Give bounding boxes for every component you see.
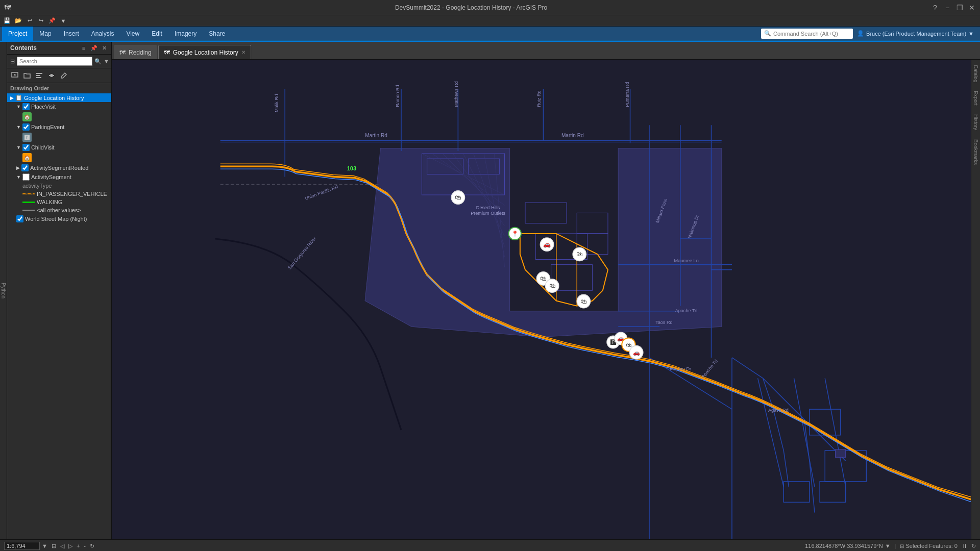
coordinates-text: 116.8214878°W 33.9341579°N [805,543,883,549]
coordinates-dropdown[interactable]: ▼ [885,543,891,549]
layer-label: Google Location History [24,95,84,101]
contents-close-btn[interactable]: ✕ [100,44,108,52]
tab-redding-icon: 🗺 [119,49,126,56]
nav-full-extent[interactable]: ⊟ [52,543,56,549]
svg-text:Apache Trl: Apache Trl [675,308,698,313]
layer-label: PlaceVisit [31,104,56,110]
layer-activitysegmentrouted[interactable]: ▶ ActivitySegmentRouted [7,163,111,172]
tab-google-location-history[interactable]: 🗺 Google Location History ✕ [158,45,251,59]
contents-pin-btn[interactable]: 📌 [90,44,98,52]
right-side-panel: Catalog Export History Bookmarks [971,60,980,539]
layer-expand-icon[interactable]: ▼ [16,124,21,130]
layer-activitysegment-check[interactable] [22,173,30,181]
contents-header: Contents ≡ 📌 ✕ [7,42,111,55]
tab-imagery[interactable]: Imagery [168,27,203,41]
layer-world-street-map-check[interactable] [16,215,23,222]
bookmarks-panel-btn[interactable]: Bookmarks [972,135,979,169]
scale-dropdown-icon[interactable]: ▼ [42,543,47,549]
layer-label: activityType [22,183,52,189]
contents-menu-btn[interactable]: ≡ [80,44,88,52]
search-input[interactable] [17,57,92,66]
search-icon: 🔍 [764,30,771,37]
catalog-panel-btn[interactable]: Catalog [972,61,979,86]
layer-expand-icon[interactable]: ▶ [16,165,20,170]
tab-view[interactable]: View [120,27,145,41]
nav-prev-extent[interactable]: ◁ [60,543,64,549]
ribbon-right: 🔍 👤 Bruce (Esri Product Management Team)… [761,29,978,39]
qa-save[interactable]: 💾 [2,16,12,26]
layer-expand-icon[interactable]: ▼ [16,145,21,150]
nav-zoom-in[interactable]: + [77,543,80,549]
add-folder-btn[interactable] [21,70,33,81]
properties-btn[interactable] [34,70,45,81]
symbology-btn[interactable] [46,70,57,81]
nav-next-extent[interactable]: ▷ [68,543,72,549]
tab-insert[interactable]: Insert [58,27,85,41]
layer-childvisit[interactable]: ▼ ChildVisit [7,143,111,152]
qa-pin[interactable]: 📌 [47,16,57,26]
selected-features-text: Selected Features: 0 [905,543,958,549]
layer-childvisit-icon: 🏠 [7,152,111,163]
layer-activitysegmentrouted-check[interactable] [21,164,29,171]
close-button[interactable]: ✕ [968,4,976,12]
nav-rotate[interactable]: ↻ [90,543,94,549]
layer-world-street-map[interactable]: World Street Map (Night) [7,214,111,223]
search-dropdown-icon[interactable]: ▼ [104,58,109,64]
layer-placevisit[interactable]: ▼ PlaceVisit [7,102,111,111]
tab-share[interactable]: Share [203,27,231,41]
layer-google-location-history[interactable]: ▶ 📋 Google Location History [7,93,111,102]
layer-parkingevent-check[interactable] [22,123,30,131]
layer-label: ParkingEvent [31,124,64,130]
svg-text:Agave Rd: Agave Rd [768,408,789,413]
tab-glh-icon: 🗺 [164,49,170,56]
qa-undo[interactable]: ↩ [24,16,35,26]
layer-placevisit-check[interactable] [22,103,30,110]
help-button[interactable]: ? [931,4,939,12]
quick-access-toolbar: 💾 📂 ↩ ↪ 📌 ▼ [0,15,980,27]
qa-open[interactable]: 📂 [13,16,23,26]
layer-expand-icon[interactable]: ▶ [10,95,14,101]
selected-features: ⊟ Selected Features: 0 [900,543,958,549]
tab-map[interactable]: Map [33,27,57,41]
layer-activitysegment[interactable]: ▼ ActivitySegment [7,172,111,182]
svg-text:Malik Rd: Malik Rd [274,94,279,112]
ribbon: Project Map Insert Analysis View Edit Im… [0,27,980,42]
restore-button[interactable]: ❐ [955,4,964,12]
search-icon[interactable]: 🔍 [94,58,102,65]
scale-control: ▼ [4,542,47,550]
layer-label: ChildVisit [31,144,55,151]
pause-btn[interactable]: ⏸ [962,543,967,549]
contents-panel: Contents ≡ 📌 ✕ ⊟ 🔍 ▼ [7,42,112,539]
nav-zoom-out[interactable]: - [84,543,86,549]
refresh-btn[interactable]: ↻ [971,543,976,549]
layer-childvisit-check[interactable] [22,144,30,151]
scale-input[interactable] [4,542,40,550]
layer-placevisit-icon: 🏠 [7,111,111,122]
tab-project[interactable]: Project [2,27,33,41]
contents-toolbar [7,68,111,83]
tab-redding[interactable]: 🗺 Redding [114,45,157,59]
minimize-button[interactable]: − [943,4,951,12]
layer-label: ActivitySegment [31,174,71,180]
svg-text:103: 103 [347,165,357,171]
svg-text:Martin Rd: Martin Rd [561,133,584,138]
user-dropdown-icon[interactable]: ▼ [968,31,974,37]
layer-parkingevent[interactable]: ▼ ParkingEvent [7,122,111,132]
command-search[interactable]: 🔍 [761,29,853,39]
tab-edit[interactable]: Edit [145,27,168,41]
add-data-btn[interactable] [9,70,20,81]
qa-redo[interactable]: ↪ [36,16,46,26]
command-search-input[interactable] [773,31,850,37]
export-panel-btn[interactable]: Export [972,87,979,110]
coordinates-display[interactable]: 116.8214878°W 33.9341579°N ▼ [805,543,890,549]
tab-glh-close[interactable]: ✕ [241,49,246,55]
tab-analysis[interactable]: Analysis [85,27,120,41]
layer-expand-icon[interactable]: ▼ [16,104,21,109]
edit-btn[interactable] [58,70,69,81]
layer-expand-icon[interactable]: ▼ [16,174,21,180]
svg-rect-4 [36,75,40,76]
title-bar: 🗺 DevSummit2022 - Google Location Histor… [0,0,980,15]
map-canvas[interactable]: 103 Martin Rd Martin Rd Malik Rd Ramon R… [112,60,980,539]
history-panel-btn[interactable]: History [972,110,979,134]
qa-dropdown[interactable]: ▼ [58,16,68,26]
